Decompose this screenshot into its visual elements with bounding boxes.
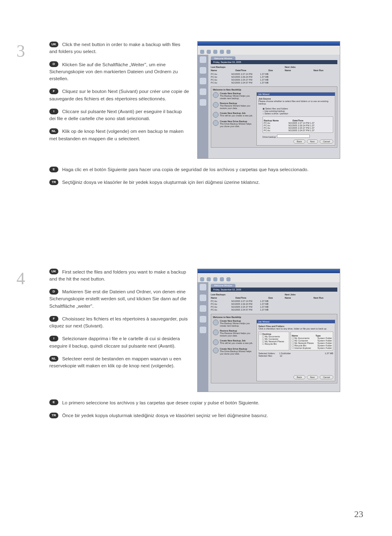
step4-f-text: Choisissez les fichiers et les répertoir… bbox=[49, 316, 188, 328]
cancel-button[interactable]: Cancel bbox=[320, 375, 333, 379]
toolbar-icon[interactable] bbox=[220, 50, 224, 54]
next-button[interactable]: Next bbox=[307, 139, 318, 144]
sidebar-icon[interactable] bbox=[200, 88, 206, 95]
back-button[interactable]: Back bbox=[293, 139, 305, 144]
sidebar bbox=[198, 55, 208, 158]
wizard-icon bbox=[213, 320, 219, 325]
sidebar-icon[interactable] bbox=[200, 316, 206, 323]
list-item[interactable]: ☐ Internet Explorer System Folder bbox=[292, 347, 332, 349]
step4-nl: NL Selecteer eerst de bestanden en mappe… bbox=[49, 355, 189, 370]
lang-pill-d: D bbox=[49, 61, 58, 67]
step3-f-text: Cliquez sur le bouton Next (Suivant) pou… bbox=[49, 89, 189, 101]
step3-text-column: UK Click the next button in order to mak… bbox=[49, 41, 189, 148]
step4-tr: TR Önce bir yedek kopya oluşturmak isted… bbox=[49, 412, 345, 419]
wizard-option[interactable]: Create New Drive BackupThe Drive Backup … bbox=[213, 120, 254, 128]
tree-item[interactable]: ☐ Recycle Bin bbox=[260, 343, 288, 345]
toolbar-icon[interactable] bbox=[200, 277, 204, 281]
radio-option[interactable]: ○ Select a drive / partition bbox=[263, 112, 333, 115]
step3-uk-text: Click the next button in order to make a… bbox=[49, 42, 180, 54]
next-button[interactable]: Next bbox=[307, 375, 318, 379]
wizard-header: Welcome to New BackItUp bbox=[213, 88, 335, 91]
table-row[interactable]: PC-bu9/2/2005 2:24:27 PM1.37 MB bbox=[211, 78, 281, 81]
folder-tree[interactable]: ☐ Desktop ☐ My Documents ☐ My Computer ☐… bbox=[258, 332, 289, 350]
table-row[interactable]: PC-bu9/2/2005 2:27:14 PM1.37 MB bbox=[211, 72, 281, 75]
lang-pill-tr: TR bbox=[49, 413, 58, 418]
cancel-button[interactable]: Cancel bbox=[320, 139, 333, 144]
main-panel: Welcome Window Friday, September 02, 200… bbox=[208, 55, 340, 158]
toolbar-icon[interactable] bbox=[226, 50, 231, 54]
toolbar-icon[interactable] bbox=[213, 50, 217, 54]
step3-nl-text: Klik op de knop Next (volgende) om een b… bbox=[49, 129, 184, 141]
window-menubar bbox=[198, 273, 340, 276]
toolbar-icon[interactable] bbox=[200, 50, 204, 54]
table-row[interactable]: PC-bu9/2/2005 2:27:14 PM1.37 MB bbox=[211, 300, 281, 303]
table-row[interactable]: PC-bu9/2/2005 2:26:24 PM1.37 MB bbox=[211, 303, 281, 306]
table-row[interactable]: PC-bu9/2/2005 2:24:57 PM1.37 MB bbox=[211, 81, 281, 84]
window-toolbar bbox=[198, 49, 340, 55]
step3-uk: UK Click the next button in order to mak… bbox=[49, 41, 189, 56]
sidebar-icon[interactable] bbox=[200, 327, 206, 333]
wizard-option[interactable]: Create New BackupThe Backup Wizard helps… bbox=[213, 320, 254, 327]
welcome-tab[interactable]: Welcome Window bbox=[211, 284, 235, 288]
welcome-tab[interactable]: Welcome Window bbox=[211, 56, 235, 60]
selected-files-label: Selected files: bbox=[258, 355, 272, 357]
step4-e-text: Lo primero seleccione los archivos y las… bbox=[62, 400, 259, 405]
toolbar-icon[interactable] bbox=[213, 277, 217, 281]
sidebar-icon[interactable] bbox=[200, 295, 206, 301]
col-size: Size bbox=[268, 297, 281, 299]
sidebar-icon[interactable] bbox=[200, 78, 206, 84]
toolbar-icon[interactable] bbox=[220, 277, 224, 281]
step3-nl: NL Klik op de knop Next (volgende) om ee… bbox=[49, 128, 189, 142]
toolbar-icon[interactable] bbox=[226, 277, 231, 281]
wizard-option[interactable]: Create New Backup JobThis will let you c… bbox=[213, 339, 254, 345]
table-row[interactable]: PC-bu9/2/2005 2:26:24 PM1.37 MB bbox=[211, 75, 281, 78]
table-row[interactable]: PC-bu9/2/2005 2:24:57 PM1.37 MB bbox=[211, 309, 281, 311]
wizard-icon bbox=[213, 120, 219, 126]
col-name: Name bbox=[211, 69, 231, 72]
sidebar-icon[interactable] bbox=[200, 305, 206, 312]
sidebar-icon[interactable] bbox=[200, 99, 206, 106]
step4-uk-text: First select the files and folders you w… bbox=[49, 269, 186, 281]
step3-i: I Cliccare sul pulsante Next (Avanti) pe… bbox=[49, 108, 189, 123]
dialog-titlebar: Job Wizard bbox=[257, 93, 335, 96]
wizard-dialog: Job Wizard Select Files and Folders Clic… bbox=[256, 320, 335, 381]
lang-pill-nl: NL bbox=[49, 128, 58, 134]
step3-tr-text: Seçtiğiniz dosya ve klasörler ile bir ye… bbox=[62, 180, 260, 185]
lang-pill-tr: TR bbox=[49, 179, 58, 185]
step-number-3: 3 bbox=[16, 41, 25, 61]
backup-list: PC-bu9/2/2005 2:27:14 PM1.37 MB PC-bu9/2… bbox=[211, 72, 281, 84]
col-next-name: Name bbox=[285, 297, 309, 299]
step3-tr: TR Seçtiğiniz dosya ve klasörler ile bir… bbox=[49, 179, 345, 186]
sidebar-icon[interactable] bbox=[200, 56, 206, 63]
dialog-step-sub: Click a checkbox next to any drive, fold… bbox=[258, 327, 327, 330]
selected-size-value: 1.37 MB bbox=[325, 352, 333, 355]
wizard-option[interactable]: Restore BackupThe Restore Wizard helps y… bbox=[213, 102, 254, 109]
wizard-option[interactable]: Restore BackupThe Restore Wizard helps y… bbox=[213, 329, 254, 337]
col-date: Date/Time bbox=[235, 69, 264, 72]
step3-i-text: Cliccare sul pulsante Next (Avanti) per … bbox=[49, 109, 182, 121]
toolbar-icon[interactable] bbox=[207, 277, 211, 281]
lang-pill-e: E bbox=[49, 167, 58, 172]
file-list[interactable]: NameType ☐ My Documents System Folder ☐ … bbox=[291, 332, 333, 350]
wizard-option[interactable]: Create New Drive BackupThe Drive Backup … bbox=[213, 348, 254, 355]
sidebar-icon[interactable] bbox=[200, 284, 206, 290]
date-bar: Friday, September 02, 2005 bbox=[211, 288, 337, 292]
lang-pill-f: F bbox=[49, 316, 58, 322]
wizard-panel: Welcome to New BackItUp Create New Backu… bbox=[211, 86, 337, 148]
sidebar-icon[interactable] bbox=[200, 67, 206, 74]
col-name: Name bbox=[211, 297, 231, 299]
date-bar: Friday, September 02, 2005 bbox=[211, 60, 337, 64]
back-button[interactable]: Back bbox=[293, 375, 305, 379]
dialog-titlebar: Job Wizard bbox=[257, 320, 335, 323]
step4-tr-text: Önce bir yedek kopya oluşturmak istediği… bbox=[62, 413, 268, 418]
wizard-option[interactable]: Create New BackupThe Backup Wizard helps… bbox=[213, 92, 254, 100]
toolbar-icon[interactable] bbox=[207, 50, 211, 54]
table-row[interactable]: PC-bu9/2/2005 2:24:27 PM1.37 MB bbox=[211, 306, 281, 309]
window-titlebar bbox=[198, 269, 340, 273]
drive-backup-select[interactable] bbox=[277, 135, 310, 138]
lang-pill-f: F bbox=[49, 88, 58, 94]
wizard-option[interactable]: Create New Backup JobThis will let you c… bbox=[213, 112, 254, 118]
lang-pill-i: I bbox=[49, 109, 58, 114]
table-row[interactable]: PC-bu9/2/2005 2:24:57 PM 1.37 bbox=[264, 129, 332, 132]
step3-e: E Haga clic en el botón Siguiente para h… bbox=[49, 166, 345, 173]
